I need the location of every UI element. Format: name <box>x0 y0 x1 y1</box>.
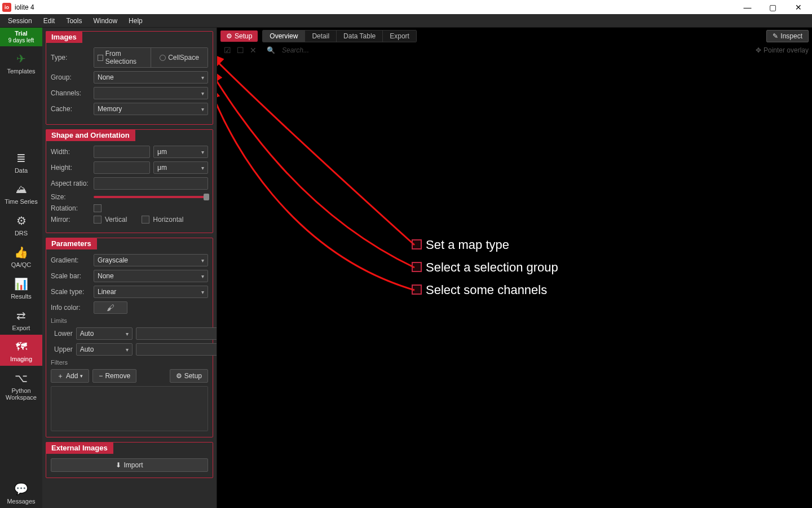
lower-mode-select[interactable]: Auto <box>76 327 133 340</box>
scaletype-select[interactable]: Linear <box>94 286 208 298</box>
map-icon: 🗺 <box>16 340 27 353</box>
scalebar-select[interactable]: None <box>94 270 208 282</box>
type-radio-group: From Selections CellSpace <box>94 47 208 68</box>
left-sidebar: Trial 9 days left ✈Templates ≣Data ⛰Time… <box>0 28 42 508</box>
group-select[interactable]: None <box>94 71 208 84</box>
database-icon: ≣ <box>16 151 26 165</box>
size-slider[interactable] <box>94 196 208 198</box>
menu-session[interactable]: Session <box>2 15 38 27</box>
menu-edit[interactable]: Edit <box>38 15 61 27</box>
external-images-header: External Images <box>46 442 113 454</box>
scalebar-label: Scale bar: <box>51 272 90 280</box>
type-from-selections[interactable]: From Selections <box>94 48 151 67</box>
window-maximize-button[interactable]: ▢ <box>760 0 785 14</box>
sidebar-export[interactable]: ⇄Export <box>0 303 42 335</box>
plus-icon: ＋ <box>57 371 64 381</box>
sidebar-python-workspace[interactable]: ⌥Python Workspace <box>0 366 42 404</box>
gear-icon: ⚙ <box>226 32 232 40</box>
menu-tools[interactable]: Tools <box>60 15 87 27</box>
image-canvas: ⚙Setup Overview Detail Data Table Export… <box>217 28 812 508</box>
cache-select[interactable]: Memory <box>94 103 208 115</box>
lower-value-input[interactable] <box>136 327 217 340</box>
shape-section: Shape and Orientation Width: μm Height: … <box>46 129 213 233</box>
app-icon: io <box>2 3 11 12</box>
filter-setup-button[interactable]: ⚙Setup <box>170 369 208 383</box>
limits-label: Limits <box>51 317 208 324</box>
height-unit-select[interactable]: μm <box>153 161 208 174</box>
app-title: iolite 4 <box>15 3 34 11</box>
filters-list <box>51 386 208 431</box>
rotation-label: Rotation: <box>51 204 90 212</box>
gradient-select[interactable]: Grayscale <box>94 254 208 266</box>
sidebar-templates[interactable]: ✈Templates <box>0 46 42 78</box>
sidebar-messages[interactable]: 💬Messages <box>0 476 42 508</box>
minus-icon: − <box>99 372 103 380</box>
tab-export[interactable]: Export <box>383 30 416 42</box>
annotation-text-1: Set a map type <box>426 238 509 252</box>
window-close-button[interactable]: ✕ <box>785 0 811 14</box>
inspect-button[interactable]: ✎Inspect <box>766 30 809 42</box>
type-label: Type: <box>51 54 90 62</box>
external-images-section: External Images ⬇Import <box>46 442 213 478</box>
mirror-vertical-checkbox[interactable] <box>94 216 102 224</box>
filters-label: Filters <box>51 359 208 366</box>
checkbox-ghost-icon: ☑ <box>224 46 231 55</box>
import-button[interactable]: ⬇Import <box>51 458 208 472</box>
type-cellspace[interactable]: CellSpace <box>151 48 208 67</box>
infocolor-picker[interactable]: 🖌 <box>94 301 127 314</box>
sidebar-results[interactable]: 📊Results <box>0 271 42 303</box>
mirror-horizontal-label: Horizontal <box>153 216 183 224</box>
trial-badge: Trial 9 days left <box>0 28 42 46</box>
height-input[interactable] <box>94 161 150 174</box>
upper-mode-select[interactable]: Auto <box>76 343 133 356</box>
size-label: Size: <box>51 193 90 201</box>
upper-label: Upper <box>54 345 73 353</box>
menu-window[interactable]: Window <box>87 15 123 27</box>
annotation-checkbox-2 <box>412 262 422 272</box>
channels-select[interactable] <box>94 87 208 99</box>
unchecked-ghost-icon: ☐ <box>237 46 244 55</box>
height-label: Height: <box>51 164 90 172</box>
chat-icon: 💬 <box>14 482 28 496</box>
sidebar-drs[interactable]: ⚙DRS <box>0 208 42 240</box>
paper-plane-icon: ✈ <box>16 52 26 65</box>
parameters-header: Parameters <box>46 238 97 249</box>
crosshair-icon: ✥ <box>756 46 761 54</box>
area-chart-icon: ⛰ <box>16 183 27 196</box>
wand-icon: ✎ <box>773 32 778 40</box>
gear-icon: ⚙ <box>176 372 182 380</box>
download-icon: ⬇ <box>116 461 121 469</box>
pointer-overlay-toggle[interactable]: ✥Pointer overlay <box>756 46 809 54</box>
canvas-setup-button[interactable]: ⚙Setup <box>220 30 258 42</box>
sidebar-data[interactable]: ≣Data <box>0 146 42 177</box>
tab-detail[interactable]: Detail <box>305 30 337 42</box>
width-unit-select[interactable]: μm <box>153 146 208 158</box>
bar-chart-icon: 📊 <box>14 277 28 291</box>
filter-add-button[interactable]: ＋Add▾ <box>51 369 89 383</box>
sidebar-imaging[interactable]: 🗺Imaging <box>0 335 42 366</box>
window-titlebar: io iolite 4 — ▢ ✕ <box>0 0 812 14</box>
filter-remove-button[interactable]: −Remove <box>92 369 136 383</box>
rotation-checkbox[interactable] <box>94 204 102 212</box>
scaletype-label: Scale type: <box>51 288 90 296</box>
infocolor-label: Info color: <box>51 304 90 312</box>
menu-help[interactable]: Help <box>123 15 148 27</box>
sidebar-time-series[interactable]: ⛰Time Series <box>0 177 42 208</box>
width-input[interactable] <box>94 146 150 158</box>
images-header: Images <box>46 31 82 43</box>
settings-panel: Images Type: From Selections CellSpace G… <box>42 28 217 508</box>
mirror-label: Mirror: <box>51 216 90 224</box>
annotation-checkbox-3 <box>412 284 422 295</box>
shape-header: Shape and Orientation <box>46 129 135 141</box>
mirror-horizontal-checkbox[interactable] <box>142 216 149 224</box>
tab-data-table[interactable]: Data Table <box>337 30 383 42</box>
tab-overview[interactable]: Overview <box>263 30 305 42</box>
width-label: Width: <box>51 148 90 156</box>
sidebar-qaqc[interactable]: 👍QA/QC <box>0 240 42 271</box>
aspect-ratio-input[interactable] <box>94 177 208 190</box>
aspect-label: Aspect ratio: <box>51 179 90 187</box>
view-tabs: Overview Detail Data Table Export <box>262 30 417 42</box>
upper-value-input[interactable] <box>136 343 217 356</box>
window-minimize-button[interactable]: — <box>735 0 760 14</box>
group-label: Group: <box>51 73 90 81</box>
